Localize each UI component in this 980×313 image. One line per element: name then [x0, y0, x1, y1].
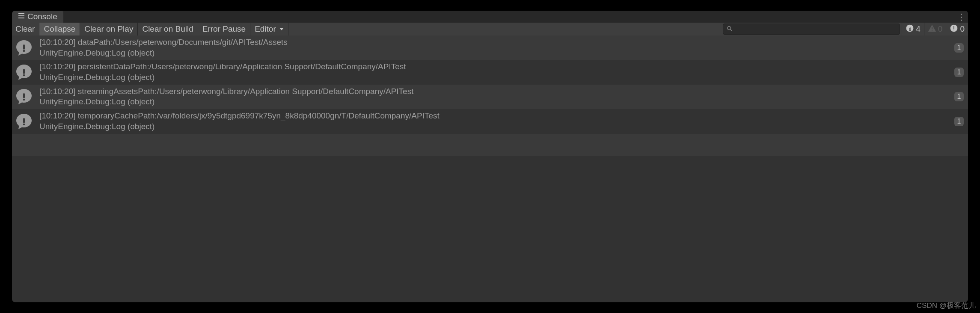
log-line1: [10:10:20] temporaryCachePath:/var/folde… — [39, 111, 949, 121]
log-text: [10:10:20] persistentDataPath:/Users/pet… — [39, 62, 949, 83]
log-line1: [10:10:20] persistentDataPath:/Users/pet… — [39, 62, 949, 72]
svg-point-5 — [909, 25, 911, 27]
svg-rect-15 — [23, 118, 25, 123]
svg-point-3 — [728, 26, 731, 30]
log-row[interactable]: [10:10:20] persistentDataPath:/Users/pet… — [12, 60, 968, 84]
svg-point-14 — [23, 99, 25, 101]
console-panel: Console ⋮ Clear Collapse Clear on Play C… — [12, 11, 968, 302]
error-count: 0 — [960, 24, 965, 34]
log-row[interactable]: [10:10:20] temporaryCachePath:/var/folde… — [12, 109, 968, 133]
svg-point-12 — [23, 74, 25, 77]
clear-button[interactable]: Clear — [12, 23, 39, 35]
clear-on-play-button[interactable]: Clear on Play — [80, 23, 138, 35]
error-icon — [950, 24, 958, 35]
collapse-button[interactable]: Collapse — [39, 23, 80, 35]
panel-menu-button[interactable]: ⋮ — [955, 11, 968, 23]
log-list[interactable]: [10:10:20] dataPath:/Users/peterwong/Doc… — [12, 35, 968, 302]
toolbar-spacer — [288, 23, 722, 35]
search-field[interactable] — [723, 24, 900, 35]
filter-warning-button[interactable]: 0 — [924, 23, 946, 35]
warning-icon — [928, 24, 936, 35]
editor-dropdown-label: Editor — [255, 24, 276, 34]
svg-rect-8 — [954, 30, 955, 30]
speech-bubble-info-icon — [15, 88, 33, 105]
svg-rect-13 — [23, 93, 25, 98]
log-text: [10:10:20] temporaryCachePath:/var/folde… — [39, 111, 949, 132]
error-pause-button[interactable]: Error Pause — [198, 23, 250, 35]
list-icon — [18, 12, 25, 21]
log-line2: UnityEngine.Debug:Log (object) — [39, 97, 949, 107]
watermark: CSDN @极客范儿 — [917, 301, 976, 310]
svg-line-4 — [731, 29, 732, 31]
svg-point-16 — [23, 124, 25, 126]
speech-bubble-info-icon — [15, 64, 33, 81]
log-text: [10:10:20] dataPath:/Users/peterwong/Doc… — [39, 37, 949, 58]
kebab-icon: ⋮ — [957, 12, 966, 22]
svg-rect-2 — [18, 18, 24, 18]
log-count-badge: 1 — [954, 117, 964, 126]
speech-bubble-info-icon — [15, 39, 33, 56]
tab-bar-filler — [63, 11, 955, 23]
clear-on-build-button[interactable]: Clear on Build — [138, 23, 198, 35]
log-count-badge: 1 — [954, 68, 964, 77]
log-line2: UnityEngine.Debug:Log (object) — [39, 72, 949, 83]
log-line1: [10:10:20] dataPath:/Users/peterwong/Doc… — [39, 37, 949, 48]
log-row[interactable]: [10:10:20] streamingAssetsPath:/Users/pe… — [12, 85, 968, 109]
svg-rect-0 — [18, 13, 24, 14]
search-input[interactable] — [735, 24, 896, 34]
log-line1: [10:10:20] streamingAssetsPath:/Users/pe… — [39, 86, 949, 97]
filter-info-button[interactable]: 4 — [902, 23, 924, 35]
svg-rect-7 — [954, 26, 955, 29]
svg-rect-11 — [23, 69, 25, 74]
empty-row — [12, 134, 968, 156]
toolbar: Clear Collapse Clear on Play Clear on Bu… — [12, 23, 968, 35]
log-count-badge: 1 — [954, 92, 964, 101]
search-icon — [727, 25, 735, 34]
svg-rect-1 — [18, 15, 24, 16]
log-count-badge: 1 — [954, 43, 964, 53]
log-text: [10:10:20] streamingAssetsPath:/Users/pe… — [39, 86, 949, 107]
tab-bar: Console ⋮ — [12, 11, 968, 23]
editor-dropdown[interactable]: Editor — [250, 23, 288, 35]
speech-bubble-info-icon — [15, 113, 33, 130]
warning-count: 0 — [938, 24, 943, 34]
log-line2: UnityEngine.Debug:Log (object) — [39, 121, 949, 132]
svg-point-10 — [23, 50, 25, 52]
info-count: 4 — [916, 24, 921, 34]
tab-console[interactable]: Console — [12, 11, 63, 23]
filter-error-button[interactable]: 0 — [946, 23, 968, 35]
log-row[interactable]: [10:10:20] dataPath:/Users/peterwong/Doc… — [12, 35, 968, 60]
tab-title: Console — [27, 12, 57, 21]
svg-rect-9 — [23, 44, 25, 50]
log-line2: UnityEngine.Debug:Log (object) — [39, 48, 949, 59]
info-icon — [906, 24, 914, 35]
